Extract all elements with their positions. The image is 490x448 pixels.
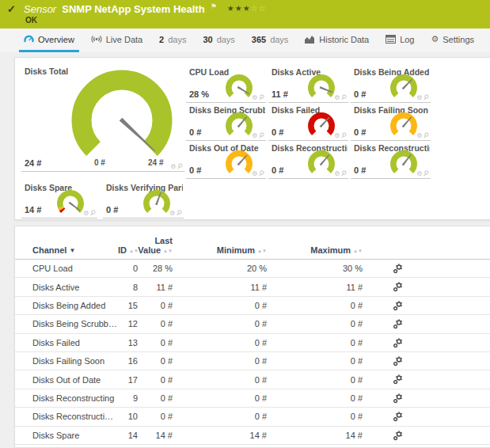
gauge-title: Disks Total: [25, 66, 68, 76]
pin-icon[interactable]: ⚲: [257, 93, 266, 102]
tab-overview[interactable]: Overview: [19, 28, 79, 52]
channel-settings-icon[interactable]: [393, 393, 403, 402]
tab-live-data[interactable]: Live Data: [86, 28, 147, 52]
column-header-id[interactable]: ID▲▼: [118, 245, 138, 255]
table-row-disks-being-scrubbed[interactable]: Disks Being Scrubbed120 #0 #0 #: [15, 315, 490, 333]
gauge-panel-disks-reconstructing[interactable]: Disks Reconstructing0 #⚙⚲: [268, 142, 348, 179]
tab-365-days[interactable]: 365days: [247, 28, 294, 52]
table-row-disks-active[interactable]: Disks Active811 #11 #11 #: [15, 278, 490, 296]
gauge-panel-cpu-load[interactable]: CPU Load28 %⚙⚲: [186, 66, 266, 103]
pin-icon[interactable]: ⚲: [176, 161, 184, 171]
cell-channel[interactable]: Disks Out of Date: [32, 375, 118, 385]
column-header-channel[interactable]: Channel▼: [32, 245, 118, 255]
cell-maximum: 0 #: [267, 412, 363, 421]
cell-last-value: 14 #: [138, 431, 173, 440]
channel-settings-icon[interactable]: [393, 337, 403, 347]
disks-being-added-gauge: [388, 73, 420, 103]
channel-settings-icon[interactable]: [393, 263, 403, 272]
column-header-maximum[interactable]: Maximum▲▼: [267, 245, 363, 255]
tab-2-days[interactable]: 2days: [154, 28, 191, 52]
flag-icon[interactable]: ⚑: [211, 2, 217, 10]
pin-icon[interactable]: ⚲: [422, 131, 431, 140]
channel-settings-icon[interactable]: [393, 282, 403, 291]
disks-out-of-date-gauge: [223, 149, 255, 179]
cell-channel[interactable]: Disks Being Added: [32, 301, 118, 310]
cell-channel[interactable]: Disks Being Scrubbed: [32, 319, 118, 328]
table-row-disks-reconstructing-p[interactable]: Disks Reconstructing P…100 #0 #0 #: [15, 408, 490, 426]
channel-settings-icon[interactable]: [393, 412, 403, 421]
cell-last-value: 0 #: [138, 301, 173, 310]
pin-icon[interactable]: ⚲: [175, 208, 184, 218]
gauge-panel-disks-total[interactable]: Disks Total 0 # 24 # 24 # ⚙⚲: [21, 65, 184, 172]
cell-maximum: 0 #: [267, 356, 363, 366]
cell-minimum: 0 #: [173, 319, 267, 328]
gauge-value: 28 %: [189, 89, 209, 99]
cell-last-value: 0 #: [138, 412, 173, 421]
gauge-panel-disks-active[interactable]: Disks Active11 #⚙⚲: [268, 66, 348, 103]
gauge-panel-disks-out-of-date[interactable]: Disks Out of Date0 #⚙⚲: [186, 142, 266, 179]
channel-settings-icon[interactable]: [393, 355, 403, 365]
sort-desc-icon: ▼: [69, 247, 75, 254]
gauge-panel-disks-being-scrubbed[interactable]: Disks Being Scrubbed0 #⚙⚲: [186, 104, 266, 141]
cell-maximum: 11 #: [267, 283, 363, 292]
tab-30-days[interactable]: 30days: [198, 28, 240, 52]
cell-id: 14: [118, 431, 138, 440]
cell-channel[interactable]: Disks Reconstructing: [32, 393, 118, 403]
tab-log[interactable]: Log: [381, 28, 419, 52]
table-row-cpu-load[interactable]: CPU Load028 %20 %30 %: [15, 260, 490, 278]
channel-settings-icon[interactable]: [393, 300, 403, 309]
cell-last-value: 0 #: [138, 338, 173, 347]
cell-maximum: 0 #: [267, 375, 363, 385]
gauge-panel-disks-failed[interactable]: Disks Failed0 #⚙⚲: [268, 104, 348, 141]
table-row-disks-being-added[interactable]: Disks Being Added150 #0 #0 #: [15, 297, 490, 315]
table-row-disks-out-of-date[interactable]: Disks Out of Date170 #0 #0 #: [15, 370, 490, 389]
gauge-panel-disks-spare[interactable]: Disks Spare14 #⚙⚲: [21, 181, 97, 218]
sensor-title: SNMP NetApp System Health: [62, 3, 204, 15]
gauge-min-label: 0 #: [94, 158, 105, 167]
cell-channel[interactable]: Disks Failed: [32, 338, 118, 347]
channel-settings-icon[interactable]: [393, 374, 403, 384]
pin-icon[interactable]: ⚲: [422, 169, 431, 178]
cell-channel[interactable]: CPU Load: [32, 264, 118, 273]
gauge-panel-disks-being-added[interactable]: Disks Being Added0 #⚙⚲: [351, 66, 431, 103]
pin-icon[interactable]: ⚲: [340, 93, 348, 102]
disks-active-gauge: [306, 73, 337, 103]
pin-icon[interactable]: ⚲: [422, 93, 431, 102]
tab-historic-data[interactable]: Historic Data: [300, 28, 374, 52]
pin-icon[interactable]: ⚲: [340, 169, 348, 178]
gear-icon[interactable]: ⚙: [170, 163, 176, 170]
cell-channel[interactable]: Disks Spare: [32, 431, 118, 440]
table-row-disks-failed[interactable]: Disks Failed130 #0 #0 #: [15, 334, 490, 352]
pin-icon[interactable]: ⚲: [340, 131, 348, 140]
table-row-disks-spare[interactable]: Disks Spare1414 #14 #14 #: [15, 427, 490, 445]
pin-icon[interactable]: ⚲: [257, 169, 266, 178]
cell-minimum: 0 #: [173, 301, 267, 310]
cell-channel[interactable]: Disks Active: [32, 283, 118, 292]
cell-minimum: 20 %: [173, 264, 267, 273]
tab-bar: OverviewLive Data2days30days365daysHisto…: [0, 28, 490, 52]
gauge-value: 11 #: [272, 89, 288, 99]
cell-minimum: 14 #: [173, 431, 267, 440]
gauge-value: 0 #: [354, 165, 366, 175]
gauge-value: 0 #: [272, 127, 283, 137]
cell-minimum: 0 #: [173, 338, 267, 347]
disks-reconstructing-gauge: [306, 149, 337, 179]
table-row-disks-failing-soon[interactable]: Disks Failing Soon160 #0 #0 #: [15, 352, 490, 370]
tab-settings[interactable]: ⚙Settings: [426, 28, 479, 52]
broadcast-icon: [91, 35, 102, 44]
column-header-minimum[interactable]: Minimum▲▼: [173, 245, 267, 255]
column-header-last-value[interactable]: Last Value▲▼: [138, 236, 173, 255]
pin-icon[interactable]: ⚲: [257, 131, 266, 140]
pin-icon[interactable]: ⚲: [89, 208, 97, 218]
cell-channel[interactable]: Disks Reconstructing P…: [32, 412, 118, 421]
gauge-panel-disks-reconstructing-parity[interactable]: Disks Reconstructing Parity0 #⚙⚲: [351, 142, 431, 179]
channel-settings-icon[interactable]: [393, 430, 403, 439]
gauge-panel-disks-failing-soon[interactable]: Disks Failing Soon0 #⚙⚲: [351, 104, 431, 141]
gauge-panel-disks-verifying-parity[interactable]: Disks Verifying Parity0 #⚙⚲: [103, 181, 184, 218]
cell-channel[interactable]: Disks Failing Soon: [32, 356, 118, 366]
priority-stars[interactable]: ★★★☆☆: [227, 4, 267, 13]
gauge-value: 0 #: [106, 205, 118, 215]
channel-table-card: Channel▼ ID▲▼ Last Value▲▼ Minimum▲▼ Max…: [14, 226, 490, 448]
table-row-disks-reconstructing[interactable]: Disks Reconstructing90 #0 #0 #: [15, 389, 490, 408]
channel-settings-icon[interactable]: [393, 319, 403, 328]
